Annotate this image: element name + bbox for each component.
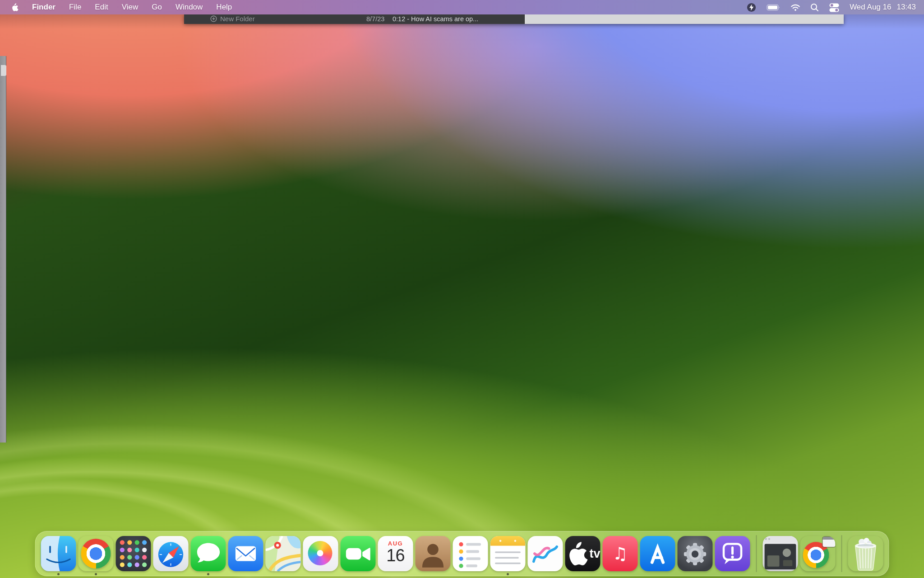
window-badge-icon	[823, 537, 836, 547]
messages-icon	[191, 536, 226, 571]
launchpad-icon	[116, 536, 151, 571]
dock-item-facetime[interactable]	[341, 536, 376, 571]
low-power-bolt-icon[interactable]	[746, 2, 757, 13]
calendar-day: 16	[386, 547, 404, 564]
maps-icon	[266, 536, 301, 571]
notes-icon	[490, 536, 526, 571]
file-row-title[interactable]: 0:12 - How AI scams are op...	[393, 15, 478, 23]
dock-item-calendar[interactable]: AUG 16	[378, 536, 413, 571]
minimized-chrome-icon	[800, 536, 836, 571]
dock-item-reminders[interactable]	[453, 536, 488, 571]
menu-bar: Finder File Edit View Go Window Help	[0, 0, 924, 14]
menu-file[interactable]: File	[69, 3, 81, 12]
app-menu-finder[interactable]: Finder	[32, 3, 55, 12]
menu-help[interactable]: Help	[216, 3, 232, 12]
dock-item-freeform[interactable]	[528, 536, 563, 571]
apple-logo-glyph	[565, 536, 588, 571]
menu-window[interactable]: Window	[176, 3, 203, 12]
desktop: New Folder 8/7/23 0:12 - How AI scams ar…	[0, 0, 924, 578]
background-window-edge-highlight	[1, 65, 6, 76]
dock-separator	[841, 535, 842, 572]
mail-icon	[228, 536, 263, 571]
background-window-left-edge[interactable]	[0, 56, 6, 443]
app-store-icon	[640, 536, 675, 571]
dock: AUG 16	[35, 531, 889, 576]
battery-icon[interactable]	[767, 4, 781, 11]
dock-item-safari[interactable]	[153, 536, 189, 571]
file-row-date: 8/7/23	[366, 15, 384, 23]
dock-item-music[interactable]: ♫	[603, 536, 638, 571]
apple-tv-label: tv	[589, 547, 600, 561]
dock-item-mail[interactable]	[228, 536, 263, 571]
photos-icon	[303, 536, 338, 571]
background-window-sliver[interactable]: New Folder 8/7/23 0:12 - How AI scams ar…	[184, 14, 844, 24]
facetime-icon	[341, 536, 376, 571]
speech-bubble-exclamation-icon	[715, 536, 750, 571]
system-settings-gear-icon	[678, 536, 713, 571]
menu-view[interactable]: View	[122, 3, 139, 12]
dock-item-feedback-assistant[interactable]	[715, 536, 750, 571]
spotlight-search-icon[interactable]	[810, 3, 819, 12]
dock-item-messages[interactable]	[191, 536, 226, 571]
control-center-icon[interactable]	[829, 2, 840, 13]
dock-item-minimized-window[interactable]	[763, 536, 798, 571]
dock-item-maps[interactable]	[266, 536, 301, 571]
apple-tv-icon: tv	[565, 536, 601, 571]
clock-date: Wed Aug 16	[850, 3, 891, 12]
apple-menu[interactable]	[11, 3, 18, 12]
dock-item-photos[interactable]	[303, 536, 338, 571]
dock-item-app-store[interactable]	[640, 536, 675, 571]
dock-item-system-settings[interactable]	[678, 536, 713, 571]
menu-edit[interactable]: Edit	[95, 3, 108, 12]
finder-icon	[41, 536, 76, 571]
chrome-logo	[81, 539, 111, 569]
safari-icon	[153, 536, 189, 571]
circled-plus-icon	[210, 15, 217, 22]
apple-logo-icon	[11, 3, 18, 12]
dock-item-chrome[interactable]	[79, 536, 114, 571]
menu-bar-clock[interactable]: Wed Aug 16 13:43	[850, 3, 916, 12]
music-icon: ♫	[603, 536, 638, 571]
wifi-icon[interactable]	[790, 4, 800, 11]
music-note-glyph: ♫	[612, 545, 628, 562]
new-folder-button[interactable]: New Folder	[210, 15, 255, 23]
reminders-icon	[453, 536, 488, 571]
chrome-icon	[79, 536, 114, 571]
freeform-icon	[528, 536, 563, 571]
dock-item-trash[interactable]	[848, 536, 883, 571]
dock-item-launchpad[interactable]	[116, 536, 151, 571]
desktop-wallpaper	[0, 0, 924, 578]
clock-time: 13:43	[896, 3, 916, 12]
minimized-window-thumbnail	[763, 536, 798, 571]
calendar-icon: AUG 16	[378, 536, 413, 571]
menu-go[interactable]: Go	[152, 3, 162, 12]
dock-separator	[756, 535, 757, 572]
dock-item-apple-tv[interactable]: tv	[565, 536, 601, 571]
dock-item-contacts[interactable]	[416, 536, 451, 571]
contacts-icon	[416, 536, 451, 571]
new-folder-label: New Folder	[220, 15, 255, 23]
dock-item-notes[interactable]	[490, 536, 526, 571]
trash-icon	[848, 536, 883, 571]
dock-item-finder[interactable]	[41, 536, 76, 571]
dock-item-minimized-chrome-window[interactable]	[800, 536, 836, 571]
background-window-light-pane	[524, 14, 844, 24]
